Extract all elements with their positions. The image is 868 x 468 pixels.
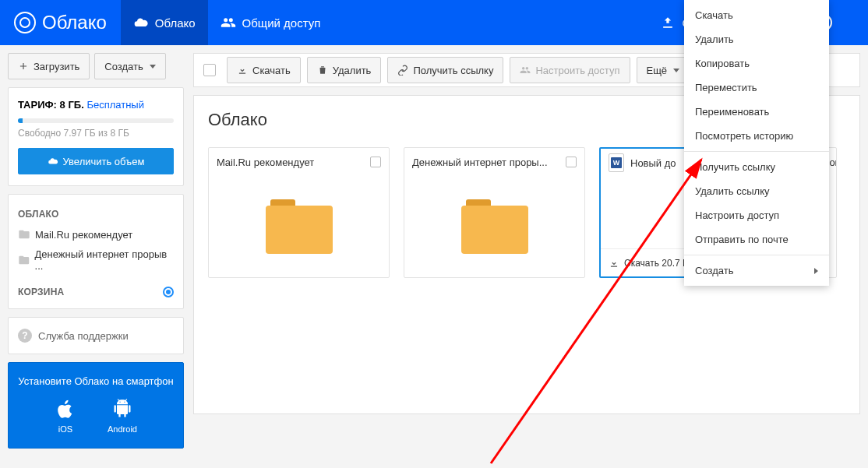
ctx-separator [684,255,829,255]
upload-label: Загрузить [34,61,79,72]
plus-icon [18,61,29,72]
tariff-size: 8 ГБ. [60,99,84,111]
logo[interactable]: Облако [0,12,121,33]
quota-text: Свободно 7.97 ГБ из 8 ГБ [18,128,174,139]
download-box-icon [660,15,676,30]
ctx-email[interactable]: Отправить по почте [684,227,829,252]
link-icon [397,65,408,76]
trash-indicator-icon [163,287,174,297]
folder-icon [266,199,333,254]
support-label: Служба поддержки [38,330,129,342]
promo-title: Установите Облако на смартфон [16,375,175,387]
section-cloud-title: ОБЛАКО [18,209,174,220]
apple-icon [55,398,76,420]
support-link[interactable]: ? Служба поддержки [18,329,174,343]
promo-android[interactable]: Android [108,398,137,434]
ctx-copy[interactable]: Копировать [684,51,829,76]
nav-shared-label: Общий доступ [242,16,321,30]
toolbar-getlink-label: Получить ссылку [413,65,493,76]
sidebar: Загрузить Создать ТАРИФ: 8 ГБ. Бесплатны… [0,45,192,468]
ctx-move[interactable]: Переместить [684,76,829,100]
tariff-line: ТАРИФ: 8 ГБ. Бесплатный [18,99,174,111]
quota-progress [18,118,174,123]
nav-cloud[interactable]: Облако [121,0,208,45]
ctx-rename[interactable]: Переименовать [684,100,829,124]
sidebar-folder-item[interactable]: Mail.Ru рекомендует [18,224,174,245]
increase-label: Увеличить объем [63,156,145,167]
promo-ios[interactable]: iOS [55,398,76,434]
file-tile[interactable]: Mail.Ru рекомендует [208,147,390,278]
create-label: Создать [104,61,143,72]
ctx-getlink[interactable]: Получить ссылку [684,155,829,179]
people-icon [221,15,236,30]
ctx-history[interactable]: Посмотреть историю [684,124,829,148]
question-icon: ? [18,329,32,343]
toolbar-share-label: Настроить доступ [535,65,619,76]
folder-icon [18,254,30,266]
android-icon [111,398,133,420]
folder-icon [18,228,30,241]
cloud-icon [48,156,58,167]
toolbar-delete-label: Удалить [333,65,372,76]
toolbar-share-button[interactable]: Настроить доступ [510,57,630,83]
ctx-separator [684,151,829,152]
sidebar-folder-item[interactable]: Денежный интернет прорыв ... [18,245,174,276]
tile-name: Денежный интернет проры... [412,157,548,168]
download-icon [237,65,248,76]
tariff-label: ТАРИФ: [18,99,57,111]
promo-android-label: Android [108,424,137,434]
toolbar-more-label: Ещё [647,65,668,76]
mailru-logo-icon [14,12,36,33]
ctx-share[interactable]: Настроить доступ [684,203,829,227]
tile-name: Mail.Ru рекомендует [217,157,314,168]
toolbar-download-label: Скачать [252,65,291,76]
folder-icon [461,199,528,254]
ctx-download[interactable]: Скачать [684,3,829,27]
folders-card: ОБЛАКО Mail.Ru рекомендует Денежный инте… [8,194,184,309]
submenu-arrow-icon [814,268,818,274]
increase-storage-button[interactable]: Увеличить объем [18,148,174,174]
word-doc-icon: W [609,153,624,172]
file-tile[interactable]: Денежный интернет проры... [404,147,585,278]
select-all-checkbox[interactable] [203,64,216,76]
tariff-card: ТАРИФ: 8 ГБ. Бесплатный Свободно 7.97 ГБ… [8,87,184,186]
toolbar-download-button[interactable]: Скачать [227,57,301,83]
logo-text: Облако [42,12,107,33]
support-card: ? Служба поддержки [8,317,184,354]
sidebar-folder-label: Денежный интернет прорыв ... [35,248,174,272]
caret-down-icon [673,69,679,72]
toolbar-delete-button[interactable]: Удалить [307,57,382,83]
tile-checkbox[interactable] [566,157,577,167]
promo-ios-label: iOS [58,424,72,434]
sidebar-folder-label: Mail.Ru рекомендует [35,229,132,241]
upload-button[interactable]: Загрузить [8,53,90,79]
context-menu: Скачать Удалить Копировать Переместить П… [684,0,829,286]
ctx-removelink[interactable]: Удалить ссылку [684,179,829,203]
nav-shared[interactable]: Общий доступ [208,0,333,45]
section-trash-title[interactable]: КОРЗИНА [18,287,64,297]
tile-checkbox[interactable] [370,157,381,167]
create-button[interactable]: Создать [94,53,165,79]
tariff-plan[interactable]: Бесплатный [86,99,144,111]
tile-name: Новый до [630,157,676,169]
ctx-create[interactable]: Создать [684,259,829,283]
trash-icon [317,65,328,76]
ctx-delete[interactable]: Удалить [684,27,829,51]
nav-cloud-label: Облако [155,16,196,30]
toolbar-getlink-button[interactable]: Получить ссылку [387,57,503,83]
toolbar-more-button[interactable]: Ещё [637,57,690,83]
caret-down-icon [150,65,156,69]
ctx-create-label: Создать [695,265,733,276]
download-icon [609,258,619,269]
mobile-promo: Установите Облако на смартфон iOS Androi… [8,362,184,449]
cloud-icon [133,15,149,30]
people-icon [520,65,531,76]
